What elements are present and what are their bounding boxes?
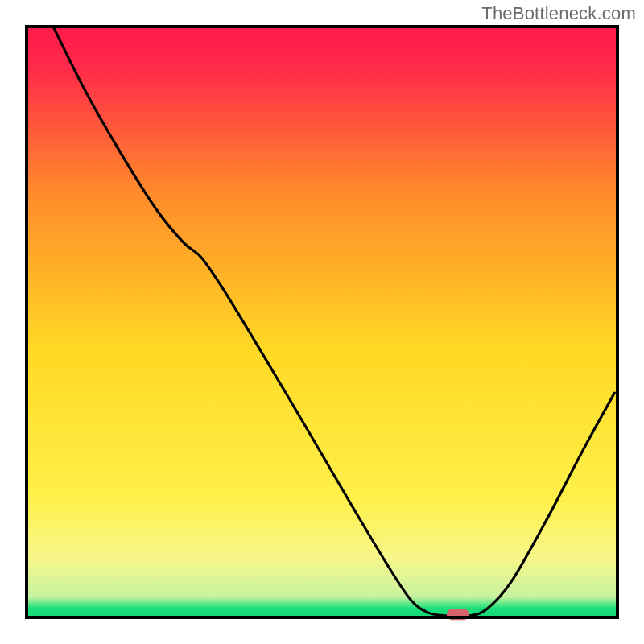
chart-container: TheBottleneck.com	[0, 0, 644, 644]
plot-background	[27, 27, 617, 617]
watermark-text: TheBottleneck.com	[481, 3, 636, 24]
chart-svg	[0, 0, 644, 644]
